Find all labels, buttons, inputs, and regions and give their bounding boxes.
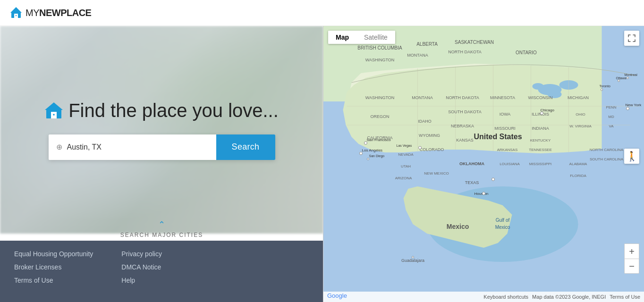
footer: Equal Housing Opportunity Broker License… — [0, 241, 323, 302]
footer-link-dmca[interactable]: DMCA Notice — [121, 263, 162, 271]
svg-text:BRITISH COLUMBIA: BRITISH COLUMBIA — [357, 45, 402, 50]
map-background: WASHINGTON OREGON CALIFORNIA MONTANA IDA… — [323, 26, 644, 302]
svg-text:ALBERTA: ALBERTA — [416, 42, 438, 47]
map-panel: WASHINGTON OREGON CALIFORNIA MONTANA IDA… — [323, 26, 644, 302]
footer-link-terms[interactable]: Terms of Use — [14, 277, 93, 284]
svg-text:Las Vegas: Las Vegas — [397, 144, 412, 148]
footer-link-help[interactable]: Help — [121, 277, 162, 284]
svg-point-108 — [419, 146, 422, 149]
search-input-wrapper: ⊕ — [49, 134, 216, 160]
svg-text:TEXAS: TEXAS — [465, 180, 479, 185]
pegman-button[interactable]: 🚶 — [624, 149, 639, 164]
svg-text:MICHIGAN: MICHIGAN — [568, 95, 589, 100]
search-bar: ⊕ Search — [49, 134, 275, 160]
zoom-controls: + − — [624, 243, 639, 274]
zoom-out-button[interactable]: − — [624, 259, 639, 274]
svg-text:Chicago: Chicago — [541, 108, 555, 112]
svg-text:ARIZONA: ARIZONA — [395, 176, 412, 180]
svg-text:Mexico: Mexico — [447, 223, 469, 230]
google-logo: Google — [327, 292, 347, 299]
svg-text:WISCONSIN: WISCONSIN — [528, 95, 552, 100]
svg-text:TENNESSEE: TENNESSEE — [529, 148, 551, 152]
svg-text:NORTH CAROLINA: NORTH CAROLINA — [590, 148, 624, 152]
map-attribution: Map data ©2023 Google, INEGI — [532, 294, 606, 300]
zoom-in-button[interactable]: + — [624, 243, 639, 259]
svg-text:Guadalajara: Guadalajara — [401, 258, 424, 263]
search-input[interactable] — [67, 143, 209, 151]
footer-col-right: Privacy policy DMCA Notice Help — [121, 250, 162, 284]
svg-text:MONTANA: MONTANA — [407, 53, 428, 58]
footer-link-equal-housing[interactable]: Equal Housing Opportunity — [14, 250, 93, 258]
hero-content: Find the place you love... ⊕ Search — [0, 26, 323, 234]
svg-text:United States: United States — [474, 133, 522, 141]
left-panel: Find the place you love... ⊕ Search ⌃ SE… — [0, 26, 323, 302]
svg-text:KANSAS: KANSAS — [456, 138, 474, 143]
svg-text:KENTUCKY: KENTUCKY — [530, 138, 551, 143]
svg-text:SOUTH CAROLINA: SOUTH CAROLINA — [590, 157, 624, 161]
svg-text:New York: New York — [626, 103, 642, 107]
svg-text:SASKATCHEWAN: SASKATCHEWAN — [455, 40, 494, 45]
svg-text:San Francisco: San Francisco — [367, 138, 391, 142]
svg-text:FLORIDA: FLORIDA — [570, 174, 586, 178]
cities-label: SEARCH MAJOR CITIES — [120, 232, 203, 238]
svg-point-7 — [53, 114, 55, 116]
svg-text:Toronto: Toronto — [600, 84, 610, 88]
svg-point-3 — [16, 15, 17, 16]
svg-text:W. VIRGINIA: W. VIRGINIA — [569, 124, 592, 128]
svg-text:MISSOURI: MISSOURI — [494, 126, 516, 131]
main-layout: Find the place you love... ⊕ Search ⌃ SE… — [0, 26, 644, 302]
svg-marker-1 — [10, 7, 22, 13]
fullscreen-button[interactable] — [624, 31, 639, 46]
header: MYNEWPLACE — [0, 0, 644, 26]
svg-text:NORTH DAKOTA: NORTH DAKOTA — [446, 95, 479, 100]
svg-text:SOUTH DAKOTA: SOUTH DAKOTA — [448, 109, 481, 114]
svg-text:Houston: Houston — [475, 192, 489, 196]
svg-text:Ottawa: Ottawa — [616, 76, 627, 80]
footer-link-privacy[interactable]: Privacy policy — [121, 250, 162, 258]
svg-point-112 — [627, 107, 629, 110]
svg-text:INDIANA: INDIANA — [532, 126, 549, 131]
logo[interactable]: MYNEWPLACE — [9, 6, 91, 19]
svg-text:IDAHO: IDAHO — [418, 119, 432, 124]
location-icon: ⊕ — [56, 143, 62, 151]
svg-point-116 — [627, 77, 629, 79]
svg-text:VA: VA — [609, 124, 614, 128]
svg-text:MD: MD — [608, 115, 614, 119]
keyboard-shortcuts-link[interactable]: Keyboard shortcuts — [483, 294, 528, 300]
footer-link-broker[interactable]: Broker Licenses — [14, 263, 93, 271]
svg-text:MONTANA: MONTANA — [412, 95, 432, 100]
svg-text:Montreal: Montreal — [625, 73, 638, 76]
svg-text:WYOMING: WYOMING — [419, 133, 440, 138]
svg-point-133 — [412, 256, 414, 258]
svg-text:WASHINGTON: WASHINGTON — [365, 58, 395, 62]
svg-text:ARKANSAS: ARKANSAS — [497, 148, 518, 152]
svg-text:Gulf of: Gulf of — [496, 218, 510, 223]
pegman-icon: 🚶 — [626, 151, 638, 162]
svg-text:MINNESOTA: MINNESOTA — [490, 95, 515, 100]
svg-text:COLORADO: COLORADO — [420, 147, 444, 152]
hero-title: Find the place you love... — [45, 100, 279, 121]
search-button[interactable]: Search — [216, 134, 275, 160]
svg-text:OHIO: OHIO — [576, 112, 585, 117]
map-tab-satellite[interactable]: Satellite — [356, 31, 395, 44]
map-tab-map[interactable]: Map — [328, 31, 356, 44]
svg-text:OREGON: OREGON — [370, 114, 389, 119]
logo-text: MYNEWPLACE — [25, 8, 91, 18]
svg-text:NEBRASKA: NEBRASKA — [451, 124, 474, 128]
svg-point-114 — [601, 89, 603, 91]
svg-text:Mexico: Mexico — [495, 225, 510, 230]
hero-title-text: Find the place you love... — [68, 100, 279, 121]
svg-point-54 — [533, 83, 544, 90]
logo-icon — [9, 6, 23, 19]
svg-text:NEW MEXICO: NEW MEXICO — [424, 171, 449, 176]
svg-point-122 — [483, 192, 485, 195]
svg-text:Los Angeles: Los Angeles — [362, 148, 383, 152]
svg-text:IOWA: IOWA — [500, 112, 511, 117]
svg-point-118 — [618, 80, 620, 82]
svg-text:UTAH: UTAH — [401, 164, 411, 168]
map-bottom-bar: Google Keyboard shortcuts Map data ©2023… — [323, 292, 644, 302]
terms-of-use-link[interactable]: Terms of Use — [610, 294, 640, 300]
svg-text:San Diego: San Diego — [369, 154, 385, 158]
svg-text:PENN: PENN — [606, 105, 616, 109]
svg-text:ALABAMA: ALABAMA — [569, 162, 587, 166]
